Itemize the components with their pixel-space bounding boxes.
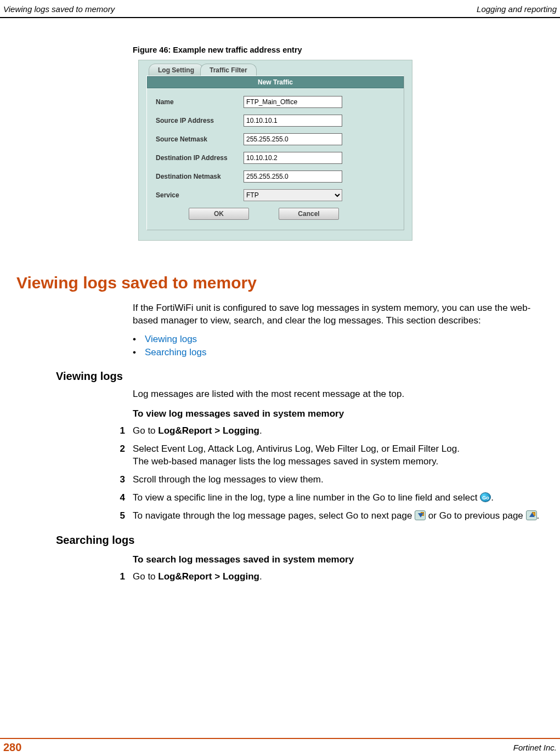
page-footer: 280 Fortinet Inc. xyxy=(0,738,560,756)
step-number: 1 xyxy=(116,425,133,437)
ok-button[interactable]: OK xyxy=(189,208,249,220)
go-icon xyxy=(480,492,491,502)
step-number: 4 xyxy=(116,492,133,504)
procedure-title-search: To search log messages saved in system m… xyxy=(133,554,542,565)
step2-line2: The web-based manager lists the log mess… xyxy=(133,456,542,468)
field-dstip-row: Destination IP Address xyxy=(152,149,398,167)
footer-company: Fortinet Inc. xyxy=(513,743,557,752)
field-srcip-row: Source IP Address xyxy=(152,111,398,130)
bullet-icon: • xyxy=(133,347,136,358)
step4-text-a: To view a specific line in the log, type… xyxy=(133,492,480,503)
embedded-ui-screenshot: Log Setting Traffic Filter New Traffic N… xyxy=(138,60,412,241)
page-content: Figure 46: Example new traffic address e… xyxy=(0,18,560,583)
step2-line1: Select Event Log, Attack Log, Antivirus … xyxy=(133,443,542,456)
step1-text-a: Go to xyxy=(133,425,158,436)
field-service-row: Service FTP xyxy=(152,186,398,204)
field-srcmask-row: Source Netmask xyxy=(152,130,398,149)
step4-text-b: . xyxy=(491,492,494,503)
prev-page-icon xyxy=(526,510,537,520)
header-left: Viewing logs saved to memory xyxy=(3,4,115,14)
procedure-title-view: To view log messages saved in system mem… xyxy=(133,408,542,419)
search-step1-c: . xyxy=(259,571,262,582)
step5-text-c: . xyxy=(537,510,540,521)
step3-text: Scroll through the log messages to view … xyxy=(133,474,542,486)
field-dstmask-row: Destination Netmask xyxy=(152,167,398,186)
label-dstmask: Destination Netmask xyxy=(156,173,244,180)
step-number: 1 xyxy=(116,571,133,583)
step1-text-c: . xyxy=(259,425,262,436)
input-dstip[interactable] xyxy=(244,152,342,164)
label-srcmask: Source Netmask xyxy=(156,135,244,143)
link-viewing-logs[interactable]: Viewing logs xyxy=(145,334,197,345)
search-step-1: 1 Go to Log&Report > Logging. xyxy=(116,571,542,583)
search-step1-breadcrumb: Log&Report > Logging xyxy=(158,571,259,582)
step1-breadcrumb: Log&Report > Logging xyxy=(158,425,259,436)
subsection-searching-logs: Searching logs xyxy=(56,534,553,547)
link-searching-logs[interactable]: Searching logs xyxy=(145,347,206,358)
next-page-icon xyxy=(415,510,426,520)
input-srcip[interactable] xyxy=(244,115,342,127)
field-name-row: Name xyxy=(152,93,398,111)
panel-title: New Traffic xyxy=(147,76,404,88)
viewing-logs-p1: Log messages are listed with the most re… xyxy=(133,388,542,401)
button-row: OK Cancel xyxy=(152,204,398,223)
step-2: 2 Select Event Log, Attack Log, Antiviru… xyxy=(116,443,542,468)
bullet-list: • Viewing logs • Searching logs xyxy=(133,334,553,358)
bullet-icon: • xyxy=(133,334,136,345)
list-item: • Viewing logs xyxy=(133,334,553,345)
intro-paragraph: If the FortiWiFi unit is configured to s… xyxy=(133,302,542,327)
tab-log-setting[interactable]: Log Setting xyxy=(149,64,203,76)
tabs-row: Log Setting Traffic Filter xyxy=(139,60,412,76)
page-header: Viewing logs saved to memory Logging and… xyxy=(0,0,560,18)
input-name[interactable] xyxy=(244,96,342,108)
form-panel: New Traffic Name Source IP Address Sourc… xyxy=(146,76,404,230)
cancel-button[interactable]: Cancel xyxy=(279,208,339,220)
step-number: 3 xyxy=(116,474,133,486)
list-item: • Searching logs xyxy=(133,347,553,358)
input-dstmask[interactable] xyxy=(244,170,342,183)
input-srcmask[interactable] xyxy=(244,133,342,145)
step5-text-a: To navigate through the log message page… xyxy=(133,510,415,521)
page-number: 280 xyxy=(3,741,21,754)
search-step1-a: Go to xyxy=(133,571,158,582)
section-heading: Viewing logs saved to memory xyxy=(16,274,553,292)
header-right: Logging and reporting xyxy=(477,4,557,14)
step-number: 5 xyxy=(116,510,133,522)
label-srcip: Source IP Address xyxy=(156,117,244,124)
label-dstip: Destination IP Address xyxy=(156,154,244,162)
figure-caption: Figure 46: Example new traffic address e… xyxy=(133,46,553,54)
step-5: 5 To navigate through the log message pa… xyxy=(116,510,542,522)
subsection-viewing-logs: Viewing logs xyxy=(56,370,553,383)
step-4: 4 To view a specific line in the log, ty… xyxy=(116,492,542,504)
step-1: 1 Go to Log&Report > Logging. xyxy=(116,425,542,437)
label-service: Service xyxy=(156,191,244,199)
step-3: 3 Scroll through the log messages to vie… xyxy=(116,474,542,486)
select-service[interactable]: FTP xyxy=(244,189,342,201)
step-number: 2 xyxy=(116,443,133,468)
label-name: Name xyxy=(156,98,244,106)
tab-traffic-filter[interactable]: Traffic Filter xyxy=(200,64,257,76)
step5-text-b: or Go to previous page xyxy=(426,510,525,521)
